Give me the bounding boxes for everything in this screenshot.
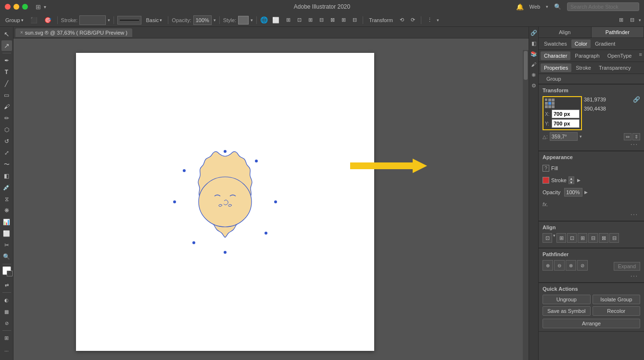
column-graph-tool[interactable]: 📊 [1,217,12,227]
y-input[interactable] [552,119,580,128]
transform-more-dots[interactable]: ··· [543,141,640,148]
pf-exclude-btn[interactable]: ⊘ [577,260,588,271]
minimize-button[interactable] [13,4,19,10]
ref-mc[interactable] [548,102,551,105]
adobe-stock-search[interactable] [567,2,639,11]
fill-swatch[interactable]: ? [543,165,549,172]
warp-tool[interactable]: 〜 [1,159,12,170]
stroke-down-btn[interactable]: ▼ [568,180,574,184]
artboard-icon-left[interactable]: ⊞ [1,333,12,343]
slice-tool[interactable]: ✂ [1,240,12,250]
align-center-h-btn[interactable]: ⊡ [567,233,577,243]
ref-tc[interactable] [548,99,551,101]
ungroup-btn[interactable]: Ungroup [543,295,591,304]
symbol-tool[interactable]: ❋ [1,205,12,216]
flip-h-btn[interactable]: ⇔ [624,133,631,140]
tab-close-icon[interactable]: × [20,30,23,35]
stroke-stepper[interactable]: ▲ ▼ [568,176,575,184]
tab-swatches[interactable]: Swatches [541,39,570,48]
gradient-mode-icon[interactable]: ▩ [1,306,12,317]
ref-ml[interactable] [545,102,548,105]
artboard-tool[interactable]: ⬜ [270,16,282,25]
pencil-tool[interactable]: ✏ [1,113,12,124]
ref-bc[interactable] [548,105,551,108]
brush-icon[interactable]: 🖌 [530,61,538,68]
tab-transparency[interactable]: Transparency [595,63,634,72]
paintbrush-tool[interactable]: 🖌 [1,101,12,112]
layers-icon[interactable]: ◧ [530,39,538,47]
fill-color[interactable]: ⬛ [2,266,11,275]
align-bottom-icon[interactable]: ⊞ [339,16,348,24]
x-input[interactable] [552,110,580,118]
group-dropdown[interactable]: Group ▾ [3,16,26,24]
align-center-v-icon[interactable]: ⊠ [328,16,337,24]
align-bottom-btn[interactable]: ⊟ [609,233,619,243]
pf-intersect-btn[interactable]: ⊗ [566,260,576,271]
transform-btn[interactable]: Transform [366,16,395,24]
line-tool[interactable]: ╱ [1,78,12,89]
tab-paragraph[interactable]: Paragraph [571,51,603,60]
color-mode-icon[interactable]: ◐ [1,295,12,305]
tool-icon-2[interactable]: 🎯 [42,16,54,25]
expand-btn[interactable]: Expand [614,262,640,271]
close-button[interactable] [5,4,11,10]
align-top-btn[interactable]: ⊟ [588,233,598,243]
tab-align[interactable]: Align [539,27,592,37]
align-right-btn[interactable]: ⊞ [578,233,587,243]
arrange-btn[interactable]: Arrange [543,319,640,328]
blend-tool[interactable]: ⧖ [1,194,12,204]
tab-gradient[interactable]: Gradient [592,39,619,48]
ref-bl[interactable] [545,105,548,108]
tab-properties[interactable]: Properties [541,63,571,72]
eyedropper-tool[interactable]: 💉 [1,182,12,193]
basic-dropdown[interactable]: Basic ▾ [143,16,164,24]
distribute-icon[interactable]: ⊟ [350,16,359,24]
type-tool[interactable]: T [1,67,12,77]
tool-icon-1[interactable]: ⬛ [28,16,40,25]
tab-pathfinder[interactable]: Pathfinder [592,27,644,37]
selection-tool[interactable]: ↖ [1,29,12,39]
link-icon[interactable]: 🔗 [530,29,538,37]
pf-unite-btn[interactable]: ⊕ [543,260,553,271]
scrollbar-thumb[interactable] [524,51,528,80]
maximize-button[interactable] [22,4,28,10]
symbols-icon[interactable]: ❋ [530,71,538,79]
appearance-more-dots[interactable]: ··· [543,211,640,218]
align-center-v-btn[interactable]: ⊠ [599,233,608,243]
tab-color[interactable]: Color [571,39,591,48]
scale-tool[interactable]: ⤢ [1,148,12,158]
gradient-tool[interactable]: ◧ [1,171,12,181]
align-center-h-icon[interactable]: ⊡ [295,16,304,24]
align-left-icon[interactable]: ⊞ [284,16,293,24]
align-right-icon[interactable]: ⊞ [306,16,315,24]
stroke-up-btn[interactable]: ▲ [568,176,574,180]
artboard-tool-left[interactable]: ⬜ [1,228,12,239]
align-top-icon[interactable]: ⊟ [317,16,326,24]
library-icon[interactable]: 📚 [530,50,538,58]
effects-icon[interactable]: ⚙ [530,82,538,89]
isolate-group-btn[interactable]: Isolate Group [593,295,641,304]
stroke-input[interactable] [79,15,106,25]
ref-br[interactable] [552,105,555,108]
ref-tr[interactable] [552,99,555,101]
reference-point-grid[interactable] [545,99,555,108]
ref-mr[interactable] [552,102,555,105]
pen-tool[interactable]: ✒ [1,55,12,66]
transform-icon-1[interactable]: ⟲ [397,16,406,24]
ref-tl[interactable] [545,99,547,101]
globe-icon[interactable]: 🌐 [260,16,268,24]
document-tab[interactable]: × sun.svg ® @ 37,63% ( RGB/GPU Preview ) [15,28,132,37]
canvas-scrollbar[interactable] [523,50,529,360]
tab-stroke[interactable]: Stroke [572,63,594,72]
angle-input[interactable] [550,132,578,141]
tab-character[interactable]: Character [541,51,570,60]
distribute-h-icon[interactable]: ⊟ [628,16,637,24]
chain-link-icon[interactable]: 🔗 [633,96,640,103]
tab-opentype[interactable]: OpenType [604,51,635,60]
align-to-icon[interactable]: ⊡ [543,233,552,243]
more-tools-bottom[interactable]: ··· [1,346,12,358]
opacity-input-panel[interactable] [564,188,582,197]
none-mode-icon[interactable]: ⊘ [1,318,12,328]
pathfinder-more-dots[interactable]: ··· [543,273,640,279]
recolor-btn[interactable]: Recolor [593,306,641,316]
